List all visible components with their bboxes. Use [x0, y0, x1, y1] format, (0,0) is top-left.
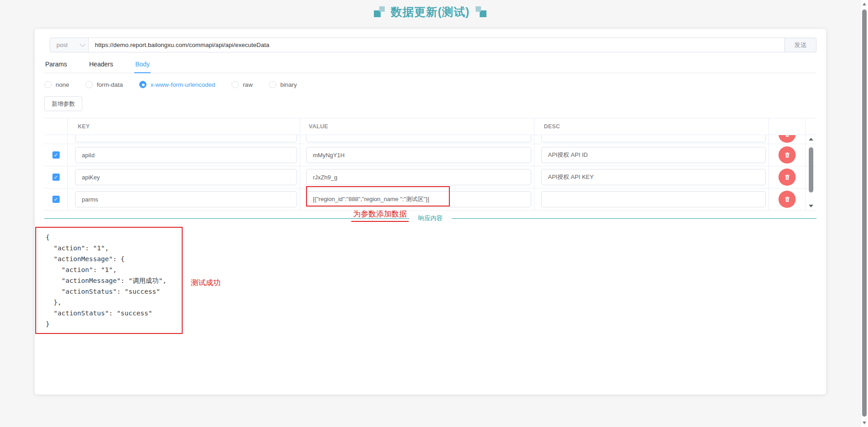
trash-icon	[784, 135, 791, 138]
method-select[interactable]: post	[50, 38, 89, 52]
annotation-param-note: 为参数添加数据	[351, 209, 409, 222]
request-tabs: Params Headers Body	[44, 59, 816, 73]
desc-input[interactable]	[541, 169, 766, 185]
api-test-card: post 发送 Params Headers Body none form-da…	[35, 29, 826, 394]
column-header-key: KEY	[75, 123, 90, 130]
response-divider: 响应内容	[44, 213, 816, 223]
table-row: ✓	[44, 166, 816, 188]
chevron-down-icon	[80, 41, 85, 47]
trash-icon	[784, 174, 791, 181]
tab-params[interactable]: Params	[44, 59, 68, 73]
key-input[interactable]	[75, 191, 297, 207]
tab-body[interactable]: Body	[134, 59, 151, 73]
table-row: ✓	[44, 188, 816, 211]
desc-input[interactable]	[541, 135, 766, 142]
blocks-icon	[374, 6, 385, 18]
add-param-button[interactable]: 新增参数	[44, 96, 82, 111]
table-scroll-down-icon[interactable]	[809, 205, 813, 207]
row-checkbox[interactable]: ✓	[52, 196, 60, 203]
radio-form-data[interactable]: form-data	[85, 81, 123, 88]
radio-icon	[44, 81, 52, 88]
table-scroll-up-icon[interactable]	[809, 138, 813, 141]
row-checkbox[interactable]: ✓	[52, 174, 60, 181]
radio-raw[interactable]: raw	[231, 81, 253, 88]
table-row: ✓	[44, 144, 816, 166]
radio-label: none	[56, 81, 69, 88]
page-title-text: 数据更新(测试)	[391, 5, 470, 19]
delete-row-button[interactable]	[778, 146, 796, 164]
response-json: { "action": "1", "actionMessage": { "act…	[46, 232, 182, 329]
method-select-value: post	[57, 42, 68, 48]
delete-row-button[interactable]	[778, 169, 796, 186]
row-checkbox[interactable]: ✓	[52, 151, 60, 159]
delete-row-button[interactable]	[778, 191, 796, 208]
radio-icon	[231, 81, 239, 88]
radio-icon	[269, 81, 276, 88]
response-json-box: { "action": "1", "actionMessage": { "act…	[35, 227, 183, 334]
radio-selected-icon	[139, 81, 146, 88]
divider-line	[452, 218, 816, 219]
radio-label: raw	[243, 81, 253, 88]
browser-scrollbar[interactable]	[860, 0, 868, 427]
value-input[interactable]	[306, 147, 531, 163]
url-input[interactable]	[89, 38, 785, 52]
radio-icon	[85, 81, 93, 88]
request-bar: post 发送	[50, 38, 816, 52]
value-input[interactable]	[306, 191, 531, 207]
delete-row-button[interactable]	[778, 135, 796, 143]
value-input[interactable]	[306, 169, 531, 185]
radio-label: binary	[280, 81, 297, 88]
desc-input[interactable]	[541, 191, 766, 207]
radio-binary[interactable]: binary	[269, 81, 297, 88]
key-input[interactable]	[75, 135, 297, 142]
desc-input[interactable]	[541, 147, 766, 163]
value-input[interactable]	[306, 135, 531, 142]
key-input[interactable]	[75, 147, 297, 163]
table-header-row: KEY VALUE DESC	[44, 118, 816, 135]
radio-x-www-form-urlencoded[interactable]: x-www-form-urlencoded	[139, 81, 215, 88]
blocks-icon	[475, 6, 486, 18]
send-button[interactable]: 发送	[785, 38, 816, 52]
response-divider-label: 响应内容	[418, 214, 443, 222]
trash-icon	[784, 196, 791, 203]
table-row-partial	[44, 135, 816, 144]
column-header-value: VALUE	[306, 123, 328, 130]
page-title: 数据更新(测试)	[0, 2, 860, 21]
body-type-options: none form-data x-www-form-urlencoded raw…	[44, 80, 297, 89]
radio-label: form-data	[97, 81, 123, 88]
tab-headers[interactable]: Headers	[88, 59, 114, 73]
scrollbar-thumb[interactable]	[862, 9, 867, 417]
radio-none[interactable]: none	[44, 81, 69, 88]
column-header-desc: DESC	[541, 123, 560, 130]
trash-icon	[784, 151, 791, 159]
scroll-up-icon[interactable]	[863, 3, 866, 5]
scroll-down-icon[interactable]	[863, 422, 866, 424]
key-input[interactable]	[75, 169, 297, 185]
params-table: KEY VALUE DESC ✓	[44, 118, 816, 211]
radio-label: x-www-form-urlencoded	[151, 81, 215, 88]
annotation-result-note: 测试成功	[191, 278, 221, 288]
